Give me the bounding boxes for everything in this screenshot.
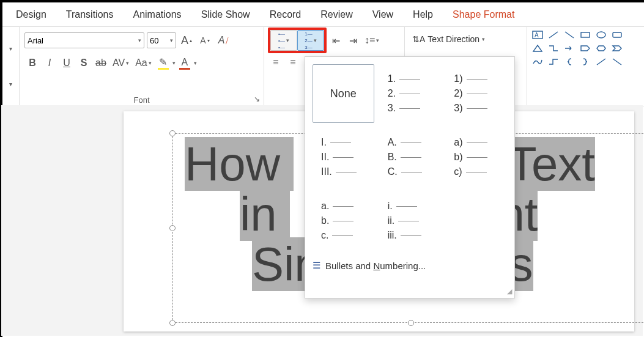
- resize-handle[interactable]: [169, 225, 176, 231]
- font-color-button[interactable]: A: [177, 55, 193, 71]
- numbering-option-alpha-lower-paren[interactable]: a) b) c): [445, 128, 507, 187]
- bullets-and-numbering-menu-item[interactable]: ☰ Bullets and Numbering...: [305, 254, 514, 277]
- shape-line3-icon[interactable]: [594, 56, 608, 67]
- resize-handle[interactable]: [408, 320, 414, 326]
- numbering-option-decimal-paren[interactable]: 1) 2) 3): [445, 64, 507, 123]
- svg-line-3: [565, 32, 574, 38]
- svg-line-12: [613, 59, 621, 65]
- text-direction-button[interactable]: ⇅A Text Direction ▾: [410, 31, 522, 48]
- tab-animations[interactable]: Animations: [123, 2, 191, 27]
- shape-hex-icon[interactable]: [594, 43, 608, 54]
- ribbon-left-column: ▾ ▾: [2, 27, 20, 106]
- font-color-dropdown[interactable]: ▾: [194, 60, 197, 66]
- shape-arrow-icon[interactable]: [563, 43, 576, 54]
- tab-shape-format[interactable]: Shape Format: [443, 2, 524, 27]
- font-group: Arial ▾ 60 ▾ A▴ A▾ A⧸ B I U S ab AV▾ Aa▾…: [20, 27, 264, 106]
- tab-review[interactable]: Review: [311, 2, 362, 27]
- highlight-color-button[interactable]: ✎: [155, 55, 171, 71]
- highlighter-icon: ✎: [159, 56, 167, 68]
- slides-dropdown-icon[interactable]: ▾: [7, 80, 15, 89]
- shape-conn2-icon[interactable]: [547, 56, 560, 67]
- shape-curve-icon[interactable]: [531, 56, 544, 67]
- tab-view[interactable]: View: [363, 2, 403, 27]
- numbering-dropdown: None 1. 2. 3. 1) 2) 3) I. II. III. A. B.…: [305, 56, 515, 298]
- clear-formatting-button[interactable]: A⧸: [215, 32, 231, 48]
- text-shadow-button[interactable]: S: [76, 55, 92, 71]
- paste-dropdown-icon[interactable]: ▾: [7, 44, 15, 53]
- svg-point-5: [597, 32, 605, 38]
- svg-line-2: [549, 32, 558, 38]
- shape-lbrace-icon[interactable]: [563, 56, 576, 67]
- shape-textbox-icon[interactable]: A: [531, 29, 544, 40]
- resize-handle[interactable]: [169, 130, 176, 136]
- chevron-down-icon: ▾: [482, 36, 485, 42]
- tab-design[interactable]: Design: [6, 2, 56, 27]
- tab-transitions[interactable]: Transitions: [56, 2, 124, 27]
- italic-button[interactable]: I: [42, 55, 57, 71]
- shape-triangle-icon[interactable]: [531, 43, 544, 54]
- line-spacing-button[interactable]: ↕≡▾: [362, 32, 382, 48]
- tab-slideshow[interactable]: Slide Show: [191, 2, 260, 27]
- svg-line-11: [597, 59, 605, 65]
- svg-rect-6: [613, 32, 621, 37]
- shape-pentagon-icon[interactable]: [579, 43, 592, 54]
- shape-line-icon[interactable]: [547, 29, 560, 40]
- svg-marker-7: [533, 45, 542, 51]
- shape-rect-icon[interactable]: [579, 29, 592, 40]
- shape-conn-icon[interactable]: [547, 43, 560, 54]
- text-direction-icon: ⇅A: [412, 34, 425, 44]
- highlight-box: •—•—•—▾ 1—2—3—▾: [268, 28, 327, 53]
- svg-text:A: A: [535, 32, 539, 39]
- font-group-label: Font: [20, 95, 264, 105]
- numbering-option-alpha-lower-dot[interactable]: a. b. c.: [313, 191, 374, 250]
- numbering-option-roman-lower[interactable]: i. ii. iii.: [379, 191, 441, 250]
- grow-font-button[interactable]: A▴: [179, 32, 194, 48]
- numbering-option-none[interactable]: None: [313, 64, 374, 123]
- numbering-option-alpha-upper[interactable]: A. B. C.: [379, 128, 441, 187]
- strikethrough-button[interactable]: ab: [93, 55, 109, 71]
- shape-rbrace-icon[interactable]: [579, 56, 592, 67]
- shrink-font-button[interactable]: A▾: [197, 32, 213, 48]
- shape-oval-icon[interactable]: [594, 29, 608, 40]
- char-spacing-button[interactable]: AV▾: [110, 55, 131, 71]
- underline-button[interactable]: U: [59, 55, 75, 71]
- tab-help[interactable]: Help: [403, 2, 443, 27]
- ribbon-tabs: Design Transitions Animations Slide Show…: [2, 2, 644, 27]
- font-name-value: Arial: [28, 36, 43, 45]
- svg-marker-8: [581, 46, 590, 51]
- highlight-color-dropdown[interactable]: ▾: [172, 60, 176, 66]
- chevron-down-icon: ▾: [170, 37, 173, 43]
- numbering-option-roman-upper[interactable]: I. II. III.: [313, 128, 374, 187]
- chevron-down-icon: ▾: [138, 37, 141, 43]
- numbering-option-decimal-dot[interactable]: 1. 2. 3.: [379, 64, 441, 123]
- increase-indent-button[interactable]: ⇥: [345, 32, 361, 48]
- align-left-button[interactable]: ≡: [268, 54, 284, 70]
- shape-chevron-icon[interactable]: [610, 43, 624, 54]
- font-dialog-launcher-icon[interactable]: ↘: [254, 95, 260, 103]
- font-name-select[interactable]: Arial ▾: [24, 32, 144, 48]
- resize-handle[interactable]: [169, 320, 176, 326]
- change-case-button[interactable]: Aa▾: [133, 55, 154, 71]
- svg-marker-9: [597, 46, 605, 51]
- shapes-gallery[interactable]: A: [527, 27, 644, 106]
- shape-line4-icon[interactable]: [610, 56, 624, 67]
- bullets-list-icon: ☰: [313, 260, 320, 271]
- svg-rect-4: [581, 32, 590, 37]
- svg-marker-10: [613, 46, 621, 51]
- align-center-button[interactable]: ≡: [285, 54, 301, 70]
- decrease-indent-button[interactable]: ⇤: [328, 32, 344, 48]
- font-size-value: 60: [150, 36, 158, 45]
- resize-grip-icon[interactable]: ◢: [507, 287, 512, 295]
- font-size-select[interactable]: 60 ▾: [147, 32, 176, 48]
- bold-button[interactable]: B: [24, 55, 40, 71]
- numbering-button[interactable]: 1—2—3—▾: [297, 30, 324, 51]
- shape-roundrect-icon[interactable]: [610, 29, 624, 40]
- shape-line2-icon[interactable]: [563, 29, 576, 40]
- bullets-button[interactable]: •—•—•—▾: [270, 30, 297, 51]
- tab-record[interactable]: Record: [260, 2, 311, 27]
